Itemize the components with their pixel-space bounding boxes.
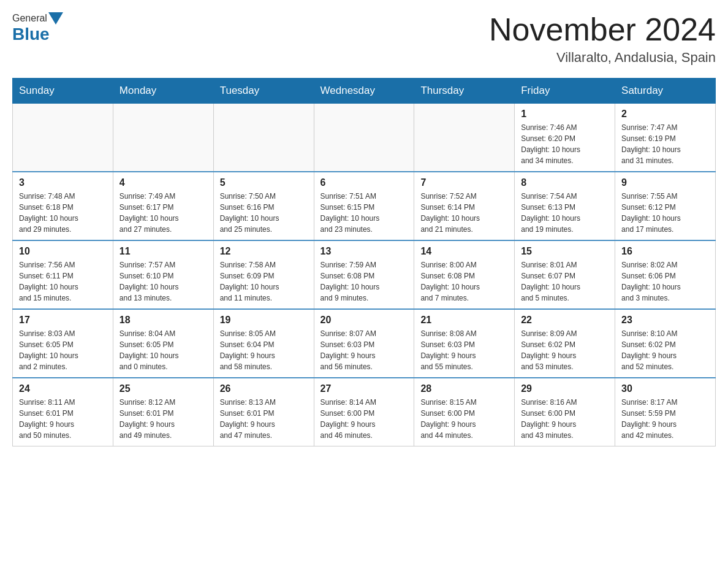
day-number: 3	[19, 177, 107, 188]
calendar-cell: 10Sunrise: 7:56 AM Sunset: 6:11 PM Dayli…	[13, 240, 113, 309]
calendar-cell	[13, 104, 113, 172]
calendar-cell: 5Sunrise: 7:50 AM Sunset: 6:16 PM Daylig…	[213, 172, 314, 240]
calendar-cell: 30Sunrise: 8:17 AM Sunset: 5:59 PM Dayli…	[615, 378, 716, 446]
logo: General Blue	[12, 12, 64, 44]
weekday-header-sunday: Sunday	[13, 79, 113, 104]
day-info: Sunrise: 8:04 AM Sunset: 6:05 PM Dayligh…	[119, 328, 207, 372]
day-info: Sunrise: 8:00 AM Sunset: 6:08 PM Dayligh…	[420, 259, 508, 304]
calendar-cell	[213, 104, 314, 172]
day-number: 2	[621, 109, 709, 120]
weekday-header-thursday: Thursday	[414, 79, 515, 104]
day-number: 4	[119, 177, 207, 188]
day-info: Sunrise: 7:55 AM Sunset: 6:12 PM Dayligh…	[621, 191, 709, 235]
day-number: 17	[19, 315, 107, 326]
day-info: Sunrise: 7:46 AM Sunset: 6:20 PM Dayligh…	[521, 122, 609, 166]
day-info: Sunrise: 8:17 AM Sunset: 5:59 PM Dayligh…	[621, 397, 709, 441]
calendar-cell: 16Sunrise: 8:02 AM Sunset: 6:06 PM Dayli…	[615, 240, 716, 309]
calendar-week-row: 10Sunrise: 7:56 AM Sunset: 6:11 PM Dayli…	[13, 240, 716, 309]
calendar-cell: 9Sunrise: 7:55 AM Sunset: 6:12 PM Daylig…	[615, 172, 716, 240]
day-info: Sunrise: 7:51 AM Sunset: 6:15 PM Dayligh…	[320, 191, 408, 235]
calendar-cell: 13Sunrise: 7:59 AM Sunset: 6:08 PM Dayli…	[314, 240, 414, 309]
calendar-cell: 23Sunrise: 8:10 AM Sunset: 6:02 PM Dayli…	[615, 309, 716, 378]
day-number: 29	[521, 383, 609, 394]
calendar-cell: 18Sunrise: 8:04 AM Sunset: 6:05 PM Dayli…	[113, 309, 213, 378]
day-info: Sunrise: 7:49 AM Sunset: 6:17 PM Dayligh…	[119, 191, 207, 235]
calendar-cell: 14Sunrise: 8:00 AM Sunset: 6:08 PM Dayli…	[414, 240, 515, 309]
day-number: 25	[119, 383, 207, 394]
logo-triangle-icon	[48, 12, 63, 25]
day-info: Sunrise: 8:11 AM Sunset: 6:01 PM Dayligh…	[19, 397, 107, 441]
calendar-cell: 25Sunrise: 8:12 AM Sunset: 6:01 PM Dayli…	[113, 378, 213, 446]
day-info: Sunrise: 7:56 AM Sunset: 6:11 PM Dayligh…	[19, 259, 107, 304]
day-info: Sunrise: 8:12 AM Sunset: 6:01 PM Dayligh…	[119, 397, 207, 441]
day-info: Sunrise: 8:13 AM Sunset: 6:01 PM Dayligh…	[220, 397, 308, 441]
day-number: 12	[220, 246, 308, 257]
day-number: 6	[320, 177, 408, 188]
calendar-cell: 15Sunrise: 8:01 AM Sunset: 6:07 PM Dayli…	[515, 240, 615, 309]
day-number: 1	[521, 109, 609, 120]
weekday-header-row: SundayMondayTuesdayWednesdayThursdayFrid…	[13, 79, 716, 104]
day-number: 19	[220, 315, 308, 326]
day-number: 9	[621, 177, 709, 188]
calendar-cell: 4Sunrise: 7:49 AM Sunset: 6:17 PM Daylig…	[113, 172, 213, 240]
day-info: Sunrise: 8:15 AM Sunset: 6:00 PM Dayligh…	[420, 397, 508, 441]
day-number: 26	[220, 383, 308, 394]
day-info: Sunrise: 8:07 AM Sunset: 6:03 PM Dayligh…	[320, 328, 408, 372]
calendar-week-row: 3Sunrise: 7:48 AM Sunset: 6:18 PM Daylig…	[13, 172, 716, 240]
calendar-week-row: 17Sunrise: 8:03 AM Sunset: 6:05 PM Dayli…	[13, 309, 716, 378]
day-info: Sunrise: 8:03 AM Sunset: 6:05 PM Dayligh…	[19, 328, 107, 372]
calendar-week-row: 24Sunrise: 8:11 AM Sunset: 6:01 PM Dayli…	[13, 378, 716, 446]
calendar-cell: 1Sunrise: 7:46 AM Sunset: 6:20 PM Daylig…	[515, 104, 615, 172]
calendar-cell	[113, 104, 213, 172]
day-info: Sunrise: 7:52 AM Sunset: 6:14 PM Dayligh…	[420, 191, 508, 235]
day-number: 21	[420, 315, 508, 326]
day-number: 18	[119, 315, 207, 326]
calendar-cell: 21Sunrise: 8:08 AM Sunset: 6:03 PM Dayli…	[414, 309, 515, 378]
day-number: 11	[119, 246, 207, 257]
weekday-header-friday: Friday	[515, 79, 615, 104]
calendar-cell: 20Sunrise: 8:07 AM Sunset: 6:03 PM Dayli…	[314, 309, 414, 378]
day-info: Sunrise: 7:58 AM Sunset: 6:09 PM Dayligh…	[220, 259, 308, 304]
day-number: 10	[19, 246, 107, 257]
day-info: Sunrise: 8:08 AM Sunset: 6:03 PM Dayligh…	[420, 328, 508, 372]
calendar-cell: 24Sunrise: 8:11 AM Sunset: 6:01 PM Dayli…	[13, 378, 113, 446]
day-number: 14	[420, 246, 508, 257]
calendar-cell: 8Sunrise: 7:54 AM Sunset: 6:13 PM Daylig…	[515, 172, 615, 240]
day-info: Sunrise: 8:10 AM Sunset: 6:02 PM Dayligh…	[621, 328, 709, 372]
day-number: 8	[521, 177, 609, 188]
day-number: 7	[420, 177, 508, 188]
calendar-cell: 27Sunrise: 8:14 AM Sunset: 6:00 PM Dayli…	[314, 378, 414, 446]
day-number: 24	[19, 383, 107, 394]
month-title: November 2024	[489, 12, 716, 47]
day-info: Sunrise: 7:54 AM Sunset: 6:13 PM Dayligh…	[521, 191, 609, 235]
day-number: 27	[320, 383, 408, 394]
calendar-cell: 19Sunrise: 8:05 AM Sunset: 6:04 PM Dayli…	[213, 309, 314, 378]
calendar-cell: 26Sunrise: 8:13 AM Sunset: 6:01 PM Dayli…	[213, 378, 314, 446]
day-number: 22	[521, 315, 609, 326]
day-number: 13	[320, 246, 408, 257]
day-info: Sunrise: 7:47 AM Sunset: 6:19 PM Dayligh…	[621, 122, 709, 166]
calendar-cell: 3Sunrise: 7:48 AM Sunset: 6:18 PM Daylig…	[13, 172, 113, 240]
calendar-cell: 28Sunrise: 8:15 AM Sunset: 6:00 PM Dayli…	[414, 378, 515, 446]
day-number: 15	[521, 246, 609, 257]
logo-blue-text: Blue	[12, 25, 50, 44]
calendar-cell	[414, 104, 515, 172]
day-number: 30	[621, 383, 709, 394]
weekday-header-wednesday: Wednesday	[314, 79, 414, 104]
weekday-header-monday: Monday	[113, 79, 213, 104]
day-info: Sunrise: 8:16 AM Sunset: 6:00 PM Dayligh…	[521, 397, 609, 441]
day-info: Sunrise: 7:48 AM Sunset: 6:18 PM Dayligh…	[19, 191, 107, 235]
calendar-cell	[314, 104, 414, 172]
page-header: General Blue November 2024 Villaralto, A…	[12, 12, 716, 66]
calendar-cell: 17Sunrise: 8:03 AM Sunset: 6:05 PM Dayli…	[13, 309, 113, 378]
calendar-cell: 29Sunrise: 8:16 AM Sunset: 6:00 PM Dayli…	[515, 378, 615, 446]
calendar-cell: 12Sunrise: 7:58 AM Sunset: 6:09 PM Dayli…	[213, 240, 314, 309]
day-info: Sunrise: 7:59 AM Sunset: 6:08 PM Dayligh…	[320, 259, 408, 304]
day-info: Sunrise: 8:02 AM Sunset: 6:06 PM Dayligh…	[621, 259, 709, 304]
calendar-cell: 6Sunrise: 7:51 AM Sunset: 6:15 PM Daylig…	[314, 172, 414, 240]
calendar-table: SundayMondayTuesdayWednesdayThursdayFrid…	[12, 78, 716, 446]
calendar-cell: 11Sunrise: 7:57 AM Sunset: 6:10 PM Dayli…	[113, 240, 213, 309]
day-info: Sunrise: 8:09 AM Sunset: 6:02 PM Dayligh…	[521, 328, 609, 372]
day-number: 20	[320, 315, 408, 326]
calendar-cell: 22Sunrise: 8:09 AM Sunset: 6:02 PM Dayli…	[515, 309, 615, 378]
